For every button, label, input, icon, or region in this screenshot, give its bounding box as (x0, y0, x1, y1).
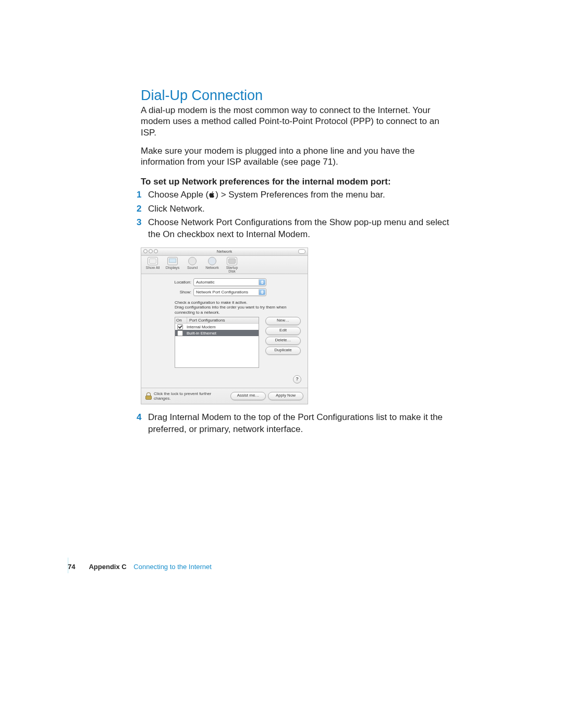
toolbar-label: Startup Disk (223, 266, 241, 273)
intro-paragraph-2: Make sure your modem is plugged into a p… (141, 145, 454, 168)
col-port-configurations: Port Configurations (187, 317, 259, 323)
window-traffic-lights[interactable] (143, 249, 158, 253)
show-select[interactable]: Network Port Configurations (193, 288, 266, 296)
step-number: 4 (137, 412, 141, 423)
new-button[interactable]: New… (265, 317, 301, 325)
step-4-text: Drag Internal Modem to the top of the Po… (148, 412, 443, 434)
chapter-title: Connecting to the Internet (133, 563, 212, 571)
toolbar-label: Show All (143, 266, 162, 269)
table-row-built-in-ethernet[interactable]: Built-in Ethernet (175, 330, 259, 336)
port-configurations-table[interactable]: On Port Configurations Internal Modem Bu… (175, 317, 259, 368)
step-number: 1 (137, 189, 141, 201)
sound-icon (188, 257, 197, 265)
checkbox-icon[interactable] (177, 324, 183, 330)
section-title: Dial-Up Connection (141, 88, 454, 104)
close-icon[interactable] (143, 249, 148, 253)
procedure-steps-continued: 4 Drag Internal Modem to the top of the … (141, 412, 454, 435)
show-value: Network Port Configurations (196, 290, 248, 294)
port-buttons-column: New… Edit Delete… Duplicate (265, 317, 301, 368)
row-checkbox-cell[interactable] (175, 330, 185, 336)
col-on: On (175, 317, 187, 323)
table-empty-space (175, 336, 259, 367)
step-3: 3 Choose Network Port Configurations fro… (141, 217, 454, 240)
instructions-line: Drag configurations into the order you w… (175, 305, 303, 310)
startup-disk-icon (227, 257, 237, 265)
show-all-icon (148, 257, 158, 265)
toolbar-sound[interactable]: Sound (183, 257, 202, 273)
assist-me-button[interactable]: Assist me… (230, 392, 266, 400)
step-1: 1 Choose Apple () > System Preferences f… (141, 189, 454, 201)
step-3-text: Choose Network Port Configurations from … (148, 217, 449, 239)
step-1-text-prefix: Choose Apple ( (148, 190, 209, 200)
location-label: Location: (166, 280, 191, 285)
edit-button[interactable]: Edit (265, 327, 301, 335)
row-checkbox-cell[interactable] (175, 324, 185, 330)
duplicate-button[interactable]: Duplicate (265, 347, 301, 355)
zoom-icon[interactable] (154, 249, 158, 253)
window-titlebar: Network (141, 248, 308, 256)
page-footer: 74 Appendix C Connecting to the Internet (68, 563, 212, 571)
instructions-line: Check a configuration to make it active. (175, 300, 303, 305)
step-number: 3 (137, 217, 141, 228)
checkbox-icon[interactable] (177, 330, 183, 336)
step-2-text: Click Network. (148, 204, 205, 214)
page-number: 74 (68, 563, 75, 571)
instructions-text: Check a configuration to make it active.… (175, 300, 303, 315)
apple-logo-icon (209, 190, 215, 201)
preferences-toolbar: Show All Displays Sound Network Startup … (141, 256, 308, 274)
procedure-steps: 1 Choose Apple () > System Preferences f… (141, 189, 454, 240)
toolbar-displays[interactable]: Displays (163, 257, 182, 273)
table-header: On Port Configurations (175, 317, 259, 324)
window-title: Network (217, 249, 232, 254)
delete-button[interactable]: Delete… (265, 337, 301, 345)
step-1-text-suffix: ) > System Preferences from the menu bar… (215, 190, 385, 200)
step-2: 2 Click Network. (141, 203, 454, 215)
lock-text: Click the lock to prevent further change… (154, 391, 228, 401)
chevron-updown-icon (259, 289, 265, 295)
intro-paragraph-1: A dial-up modem is the most common way t… (141, 105, 454, 138)
network-preferences-screenshot: Network Show All Displays Sound Network (141, 248, 308, 405)
preferences-body: Location: Automatic Show: Network Port C… (141, 274, 308, 388)
toolbar-label: Sound (183, 266, 202, 269)
page: Dial-Up Connection A dial-up modem is th… (0, 0, 563, 728)
row-label: Built-in Ethernet (185, 331, 259, 336)
procedure-heading: To set up Network preferences for the in… (141, 177, 454, 187)
network-icon (208, 257, 216, 265)
toolbar-show-all[interactable]: Show All (143, 257, 162, 273)
apply-now-button[interactable]: Apply Now (268, 392, 303, 400)
help-row: ? (145, 370, 301, 384)
appendix-label: Appendix C (89, 563, 126, 571)
help-button[interactable]: ? (293, 375, 301, 384)
displays-icon (167, 257, 178, 265)
row-label: Internal Modem (185, 325, 259, 329)
instructions-line: connecting to a network. (175, 310, 303, 315)
port-configurations-area: On Port Configurations Internal Modem Bu… (175, 317, 303, 368)
preferences-footer: Click the lock to prevent further change… (141, 388, 308, 404)
toolbar-label: Displays (163, 266, 182, 269)
toolbar-network[interactable]: Network (203, 257, 222, 273)
location-select[interactable]: Automatic (193, 278, 266, 286)
minimize-icon[interactable] (149, 249, 153, 253)
toolbar-toggle-icon[interactable] (298, 249, 305, 254)
toolbar-label: Network (203, 266, 222, 269)
step-4: 4 Drag Internal Modem to the top of the … (141, 412, 454, 435)
show-label: Show: (166, 290, 191, 294)
step-number: 2 (137, 203, 141, 215)
location-value: Automatic (196, 280, 215, 285)
show-row: Show: Network Port Configurations (166, 288, 303, 296)
table-row-internal-modem[interactable]: Internal Modem (175, 324, 259, 330)
chevron-updown-icon (259, 279, 265, 285)
lock-icon[interactable] (145, 392, 152, 400)
location-row: Location: Automatic (166, 278, 303, 286)
toolbar-startup-disk[interactable]: Startup Disk (223, 257, 241, 273)
